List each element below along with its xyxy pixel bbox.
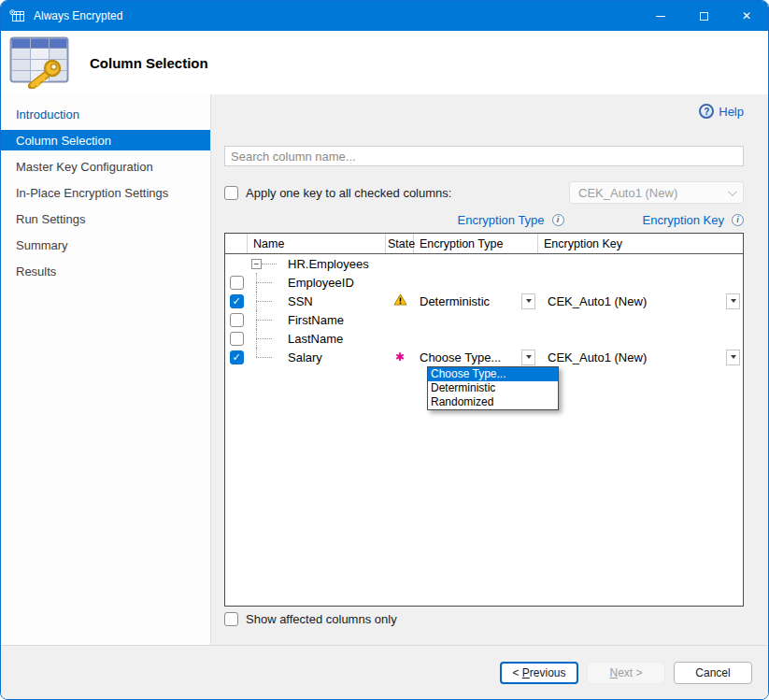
encryption-key-link[interactable]: Encryption Key	[643, 213, 724, 227]
columns-grid: Name State Encryption Type Encryption Ke…	[224, 233, 744, 607]
table-group-row: − HR.Employees	[225, 254, 743, 273]
grid-header: Name State Encryption Type Encryption Ke…	[225, 234, 743, 254]
header-state[interactable]: State	[386, 234, 414, 253]
sidebar-item-introduction[interactable]: Introduction	[1, 104, 210, 124]
encryption-type-cell[interactable]: Deterministic	[414, 292, 538, 310]
tree-line	[248, 329, 288, 348]
table-name: HR.Employees	[288, 257, 369, 271]
header-name[interactable]: Name	[248, 234, 386, 253]
master-key-combobox[interactable]: CEK_Auto1 (New)	[569, 181, 744, 204]
warning-icon	[393, 293, 407, 308]
encryption-type-value: Deterministic	[420, 294, 490, 308]
apply-one-key-checkbox[interactable]	[224, 186, 238, 200]
page-title: Column Selection	[90, 55, 208, 71]
row-checkbox[interactable]	[230, 276, 244, 290]
sidebar-item-column-selection[interactable]: Column Selection	[1, 130, 210, 150]
encryption-type-value: Choose Type...	[420, 350, 501, 364]
encryption-type-info-icon[interactable]: i	[552, 214, 564, 226]
column-name: SSN	[288, 294, 313, 308]
row-checkbox[interactable]: ✓	[230, 294, 244, 308]
window-title: Always Encrypted	[34, 9, 122, 22]
titlebar: Always Encrypted ✕	[1, 1, 768, 31]
encryption-type-link[interactable]: Encryption Type	[458, 213, 545, 227]
dropdown-option-deterministic[interactable]: Deterministic	[428, 381, 558, 395]
check-icon: ✓	[232, 296, 240, 307]
minimize-button[interactable]	[639, 1, 682, 31]
sidebar-item-in-place-encryption-settings[interactable]: In-Place Encryption Settings	[1, 182, 210, 203]
column-name: EmployeeID	[288, 276, 354, 290]
row-checkbox[interactable]	[230, 332, 244, 346]
column-name: LastName	[288, 332, 343, 346]
check-icon: ✓	[232, 352, 240, 363]
dropdown-option-randomized[interactable]: Randomized	[428, 395, 558, 409]
window-controls: ✕	[639, 1, 768, 31]
minimize-icon	[656, 16, 665, 17]
sidebar-item-run-settings[interactable]: Run Settings	[1, 208, 210, 229]
wizard-header: Column Selection	[1, 31, 768, 94]
column-name: Salary	[288, 350, 322, 364]
show-affected-label: Show affected columns only	[246, 612, 397, 626]
dropdown-arrow-icon[interactable]	[726, 293, 740, 309]
table-row-employeeid: EmployeeID	[225, 273, 743, 292]
cancel-button[interactable]: Cancel	[674, 662, 752, 684]
table-row-ssn: ✓ SSN Deterministic	[225, 292, 743, 310]
encryption-key-cell[interactable]: CEK_Auto1 (New)	[538, 292, 743, 310]
table-row-salary: ✓ Salary ✱ Choose Type... CEK_Auto1 (New…	[225, 348, 743, 366]
dropdown-arrow-icon[interactable]	[726, 350, 740, 365]
header-encryption-key[interactable]: Encryption Key	[538, 234, 743, 253]
tree-line	[248, 292, 288, 310]
header-encryption-type[interactable]: Encryption Type	[414, 234, 538, 253]
sidebar-item-summary[interactable]: Summary	[1, 235, 210, 255]
tree-line	[248, 273, 288, 292]
previous-button[interactable]: < Previous	[500, 662, 578, 684]
dropdown-arrow-icon[interactable]	[521, 350, 535, 365]
close-icon: ✕	[742, 10, 751, 21]
help-link[interactable]: Help	[719, 105, 744, 119]
encryption-key-cell[interactable]: CEK_Auto1 (New)	[538, 348, 743, 366]
tree-line	[248, 348, 288, 366]
sidebar-item-master-key-configuration[interactable]: Master Key Configuration	[1, 156, 210, 177]
encryption-key-info-icon[interactable]: i	[732, 214, 744, 226]
maximize-button[interactable]	[682, 1, 725, 31]
table-row-firstname: FirstName	[225, 310, 743, 329]
search-input[interactable]	[224, 146, 744, 166]
header-checkbox-column	[225, 234, 248, 253]
apply-one-key-label: Apply one key to all checked columns:	[246, 186, 451, 200]
footer-bar: < Previous Next > Cancel	[1, 645, 768, 699]
column-name: FirstName	[288, 313, 344, 327]
required-icon: ✱	[395, 351, 405, 363]
encryption-type-cell[interactable]: Choose Type...	[414, 348, 538, 366]
row-checkbox[interactable]	[230, 313, 244, 327]
help-icon: ?	[699, 104, 714, 119]
chevron-down-icon	[728, 187, 737, 196]
close-button[interactable]: ✕	[725, 1, 768, 31]
table-key-icon	[9, 36, 71, 89]
collapse-expander-icon[interactable]: −	[251, 259, 262, 269]
show-affected-checkbox[interactable]	[224, 612, 238, 626]
maximize-icon	[700, 12, 708, 21]
master-key-value: CEK_Auto1 (New)	[578, 186, 677, 200]
encryption-type-dropdown-list: Choose Type... Deterministic Randomized	[427, 366, 559, 410]
encryption-key-value: CEK_Auto1 (New)	[548, 294, 647, 308]
tree-line	[262, 264, 277, 264]
next-button[interactable]: Next >	[587, 662, 665, 684]
row-checkbox[interactable]: ✓	[230, 350, 244, 364]
wizard-steps-sidebar: Introduction Column Selection Master Key…	[1, 94, 211, 645]
tree-line	[248, 310, 288, 329]
always-encrypted-wizard-window: Always Encrypted ✕	[0, 0, 769, 700]
sidebar-item-results[interactable]: Results	[1, 261, 210, 281]
dropdown-arrow-icon[interactable]	[521, 293, 535, 309]
encryption-key-value: CEK_Auto1 (New)	[548, 350, 647, 364]
main-content: ? Help Apply one key to all checked colu…	[211, 94, 768, 645]
table-row-lastname: LastName	[225, 329, 743, 348]
dropdown-option-choose-type[interactable]: Choose Type...	[428, 367, 558, 381]
app-icon	[9, 9, 25, 23]
